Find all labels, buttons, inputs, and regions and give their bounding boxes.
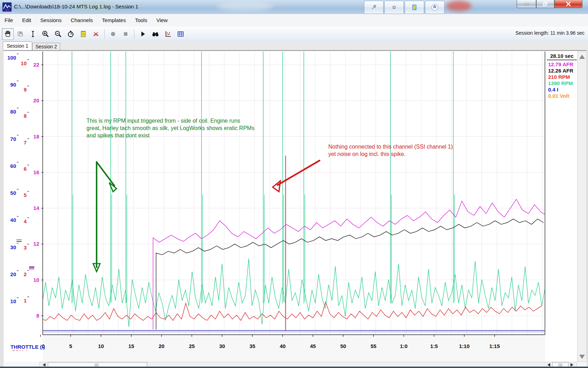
minimize-button[interactable] — [517, 0, 536, 8]
toolbar-table-button[interactable] — [175, 28, 187, 40]
rpm-axis-label: 4 — [24, 218, 27, 224]
session-length-value: 11 min 3.96 sec — [550, 30, 584, 36]
x-tick-label: 30 — [219, 343, 225, 349]
zoom-out-icon — [54, 30, 62, 38]
legend-entry: 0.4 I — [548, 87, 558, 93]
background-blur-blob — [446, 1, 471, 11]
pan-hand-icon — [4, 30, 12, 38]
x-tick-label: 35 — [250, 343, 255, 349]
window-title: C:\...\Downloads\18-10-24 MTS Log 1.log … — [14, 4, 138, 9]
x-tick-label: 1:0 — [400, 343, 408, 349]
rpm-axis-label: 1 — [24, 298, 27, 304]
title-bar[interactable]: 3.0 C:\...\Downloads\18-10-24 MTS Log 1.… — [0, 0, 588, 14]
green-annotation-text: and spikes that dont exist — [86, 132, 150, 138]
throttle-axis-label: 80 — [10, 109, 16, 115]
afr-axis-label: 10 — [33, 277, 39, 283]
rpm-axis-label: 8 — [24, 113, 27, 119]
afr-axis-label: 20 — [33, 97, 39, 103]
menu-item-tools[interactable]: Tools — [131, 14, 152, 26]
tab-session-2[interactable]: Session 2 — [32, 43, 60, 50]
throttle-axis-label: 20 — [10, 271, 16, 277]
pin-button[interactable] — [364, 1, 384, 14]
stop-icon — [121, 30, 130, 38]
table-icon — [176, 30, 185, 38]
close-button[interactable] — [554, 0, 582, 8]
toolbar-no-marker-button[interactable] — [90, 28, 102, 40]
rpm-axis-label: 9 — [24, 87, 27, 93]
chevron-up-icon — [431, 4, 439, 11]
background-blur-blob — [217, 1, 273, 11]
toolbar-separator — [134, 29, 134, 39]
minimize-icon — [524, 2, 529, 5]
restore-button[interactable] — [536, 0, 554, 8]
throttle-axis-label: 50 — [10, 190, 16, 196]
panel-top-border — [4, 50, 587, 51]
x-tick-label: 40 — [280, 343, 286, 349]
toolbar-stopwatch-button[interactable] — [65, 28, 77, 40]
toolbar-plot-marker-button[interactable] — [162, 28, 174, 40]
session-length: Session length: 11 min 3.96 sec — [516, 30, 584, 36]
afr-axis-label: 8 — [36, 313, 39, 319]
legend-entry: 0.01 Volt — [548, 93, 569, 99]
vertical-scrollbar[interactable] — [578, 52, 587, 362]
session-length-label: Session length: — [516, 30, 549, 36]
x-tick-label: 20 — [159, 343, 164, 349]
menu-item-edit[interactable]: Edit — [18, 14, 36, 26]
legend-entry: 12.26 AFR — [548, 68, 573, 74]
no-marker-icon — [92, 30, 100, 38]
toolbar-select-hand-button[interactable] — [14, 28, 26, 40]
logworks-app-icon: 3.0 — [2, 2, 12, 12]
plot-marker-icon — [164, 30, 172, 38]
rpm-axis-label: 2 — [24, 271, 27, 277]
legend-cursor-time: 28.10 sec — [550, 53, 574, 59]
rpm-axis-label: 10 — [21, 60, 27, 66]
channel-label[interactable]: THROTTLE (I) — [10, 344, 45, 350]
record-icon — [109, 30, 117, 38]
select-hand-icon — [16, 30, 24, 38]
svg-text:3.0: 3.0 — [5, 9, 9, 11]
toolbar-zoom-out-button[interactable] — [52, 28, 64, 40]
toolbar-text-cursor-button[interactable] — [27, 28, 39, 40]
throttle-axis-label: 90 — [10, 82, 16, 88]
green-annotation-text: great, Harley tach smooth as silk, yet L… — [86, 125, 254, 131]
rpm-axis-label: 5 — [24, 192, 27, 198]
toolbar — [0, 27, 588, 42]
tab-session-1[interactable]: Session 1 — [3, 41, 32, 50]
expand-button[interactable] — [425, 1, 444, 14]
toolbar-notes-button[interactable] — [77, 28, 89, 40]
afr-axis-label: 18 — [33, 134, 39, 139]
toolbar-zoom-in-button[interactable] — [40, 28, 51, 40]
image-button[interactable] — [405, 1, 424, 14]
legend-entry: 12.79 AFR — [548, 61, 573, 67]
x-tick-label: 45 — [310, 343, 316, 349]
menu-item-view[interactable]: View — [152, 14, 172, 26]
menu-item-channels[interactable]: Channels — [66, 14, 97, 26]
legend-entry: 210 RPM — [548, 74, 570, 80]
toolbar-record-button[interactable] — [107, 28, 119, 40]
menu-item-templates[interactable]: Templates — [97, 14, 130, 26]
text-cursor-icon — [29, 30, 37, 38]
menu-item-sessions[interactable]: Sessions — [36, 14, 66, 26]
toolbar-separator — [104, 29, 105, 39]
image-icon — [411, 4, 418, 11]
toolbar-find-button[interactable] — [149, 28, 161, 40]
log-chart: 1009080706050403020101098765432122201816… — [0, 50, 588, 368]
throttle-axis-label: 10 — [10, 298, 16, 304]
x-tick-label: 50 — [340, 343, 346, 349]
throttle-axis-label: 100 — [7, 55, 16, 61]
toolbar-stop-button[interactable] — [120, 28, 132, 40]
menu-bar: FileEditSessionsChannelsTemplatesToolsVi… — [0, 14, 588, 27]
afr-axis-label: 22 — [33, 62, 39, 68]
toolbar-pan-hand-button[interactable] — [2, 28, 14, 40]
throttle-axis-label: 60 — [10, 163, 16, 169]
rpm-axis-label: 7 — [24, 139, 27, 145]
x-tick-label: 1:5 — [430, 343, 438, 349]
green-annotation-text: This is my RPM input triggered from - si… — [86, 118, 240, 124]
window-button[interactable] — [384, 1, 404, 14]
toolbar-play-button[interactable] — [137, 28, 149, 40]
close-icon — [566, 1, 571, 6]
caption-buttons — [517, 0, 582, 8]
legend-entry: 1390 RPM — [548, 80, 573, 86]
x-tick-label: 5 — [69, 343, 72, 349]
menu-item-file[interactable]: File — [0, 14, 18, 26]
